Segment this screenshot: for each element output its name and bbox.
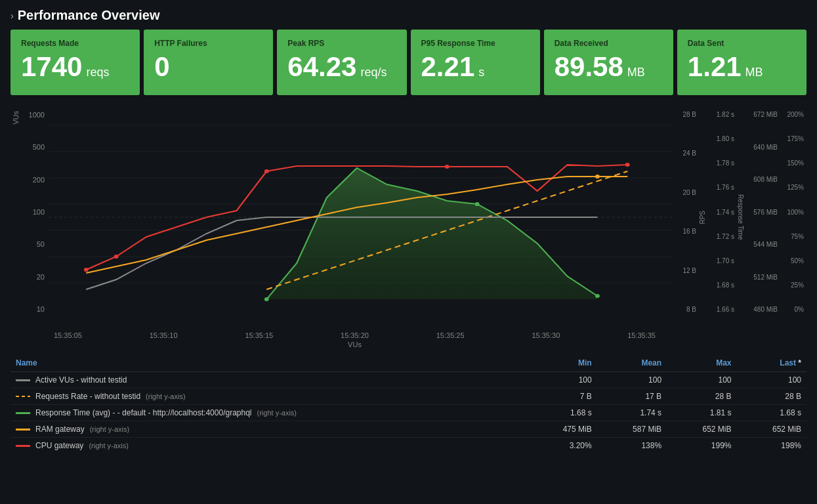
y-ticks-pct: 200%175%150%125%100%75%50%25%0% <box>780 106 807 329</box>
legend-last: 652 MiB <box>737 421 807 438</box>
legend-mean: 17 B <box>597 388 667 405</box>
metric-label-3: P95 Response Time <box>421 39 530 48</box>
y-tick-pct: 75% <box>783 233 804 240</box>
y-tick-data: 608 MiB <box>749 176 778 183</box>
y-axis-label-vus: VUs <box>10 111 21 125</box>
legend-max: 28 B <box>667 388 736 405</box>
svg-point-15 <box>475 202 480 206</box>
legend-mean: 587 MiB <box>597 421 667 438</box>
col-last-header: Last * <box>737 354 807 372</box>
y-tick-left: 20 <box>21 273 45 281</box>
legend-line-icon <box>16 412 30 414</box>
y-tick-data: 672 MiB <box>749 111 778 118</box>
y-ticks-data: 672 MiB640 MiB608 MiB576 MiB544 MiB512 M… <box>746 106 780 329</box>
svg-point-9 <box>84 268 89 272</box>
col-min-header: Min <box>527 354 597 372</box>
legend-min: 1.68 s <box>527 405 597 421</box>
y-tick-data: 576 MiB <box>749 209 778 216</box>
chart-section: VUs 1000500200100502010 <box>0 106 817 453</box>
metric-label-0: Requests Made <box>21 39 129 48</box>
metric-label-1: HTTP Failures <box>154 39 262 48</box>
legend-mean: 1.74 s <box>597 405 667 421</box>
legend-name-cell: Response Time (avg) - - default - http:/… <box>10 405 527 421</box>
svg-point-10 <box>114 255 119 259</box>
y-tick-left: 100 <box>21 208 45 216</box>
svg-point-11 <box>264 169 269 173</box>
metric-label-5: Data Sent <box>688 39 796 48</box>
legend-name-cell: RAM gateway (right y-axis) <box>10 421 527 438</box>
svg-point-16 <box>595 294 600 298</box>
col-name-header: Name <box>10 354 527 372</box>
y-tick-pct: 125% <box>783 184 804 191</box>
legend-line-icon <box>16 396 30 397</box>
x-tick: 15:35:25 <box>436 331 465 339</box>
legend-last: 28 B <box>737 388 807 405</box>
y-tick-rt: 1.72 s <box>711 233 734 240</box>
x-tick: 15:35:30 <box>532 331 560 339</box>
y-tick-rps: 24 B <box>675 150 696 157</box>
legend-max: 100 <box>667 372 736 388</box>
y-tick-data: 480 MiB <box>749 306 778 313</box>
metric-unit-2: req/s <box>360 66 387 78</box>
legend-name: Active VUs - without testid <box>35 375 127 385</box>
metrics-row: Requests Made 1740reqs HTTP Failures 0 P… <box>0 30 817 106</box>
y-tick-pct: 100% <box>783 209 804 216</box>
metric-value-1: 0 <box>154 53 262 81</box>
metric-unit-4: MB <box>627 66 645 78</box>
metric-value-0: 1740reqs <box>21 53 129 81</box>
legend-line-icon <box>16 445 30 447</box>
x-ticks: 15:35:0515:35:1015:35:1515:35:2015:35:25… <box>47 329 662 339</box>
y-tick-left: 500 <box>21 143 45 151</box>
y-tick-pct: 50% <box>783 257 804 264</box>
y-tick-pct: 25% <box>783 282 804 289</box>
metric-value-4: 89.58MB <box>555 53 663 81</box>
legend-min: 3.20% <box>527 438 597 454</box>
legend-row: CPU gateway (right y-axis) 3.20% 138% 19… <box>10 438 807 454</box>
page-title: Performance Overview <box>18 8 160 23</box>
x-tick: 15:35:05 <box>54 331 82 339</box>
legend-line-icon <box>16 429 30 430</box>
col-mean-header: Mean <box>597 354 667 372</box>
svg-marker-8 <box>266 168 597 299</box>
legend-mean: 138% <box>597 438 667 454</box>
svg-point-12 <box>445 165 450 169</box>
legend-row: Active VUs - without testid 100 100 100 … <box>10 372 807 388</box>
y-tick-data: 512 MiB <box>749 274 778 281</box>
chart-container: VUs 1000500200100502010 <box>10 106 807 349</box>
y-tick-rps: 12 B <box>675 267 696 274</box>
metric-unit-5: MB <box>745 66 763 78</box>
metric-unit-3: s <box>478 66 484 78</box>
y-tick-rps: 8 B <box>675 306 696 313</box>
y-tick-data: 544 MiB <box>749 241 778 248</box>
legend-suffix: (right y-axis) <box>89 442 129 450</box>
y-tick-rt: 1.70 s <box>711 257 734 264</box>
y-ticks-rps: 28 B24 B20 B16 B12 B8 B <box>673 106 699 329</box>
y-tick-pct: 175% <box>783 135 804 142</box>
y-tick-rt: 1.78 s <box>711 159 734 167</box>
x-tick: 15:35:15 <box>245 331 273 339</box>
legend-max: 199% <box>667 438 736 454</box>
legend-min: 475 MiB <box>527 421 597 438</box>
legend-suffix: (right y-axis) <box>257 409 297 417</box>
chevron-icon: › <box>10 10 14 21</box>
x-tick: 15:35:35 <box>627 331 656 339</box>
legend-name-cell: CPU gateway (right y-axis) <box>10 438 527 454</box>
metric-card-0: Requests Made 1740reqs <box>10 30 140 95</box>
legend-min: 7 B <box>527 388 597 405</box>
legend-last: 100 <box>737 372 807 388</box>
y-tick-pct: 0% <box>783 306 804 313</box>
metric-card-3: P95 Response Time 2.21s <box>411 30 540 95</box>
metric-label-2: Peak RPS <box>287 39 396 48</box>
y-tick-rt: 1.80 s <box>711 135 734 142</box>
legend-name-cell: Active VUs - without testid <box>10 372 527 388</box>
svg-point-13 <box>625 163 630 167</box>
x-tick: 15:35:20 <box>341 331 369 339</box>
header: › Performance Overview <box>0 0 817 30</box>
legend-max: 652 MiB <box>667 421 736 438</box>
svg-point-17 <box>595 175 600 178</box>
y-tick-rps: 28 B <box>675 111 696 118</box>
y-ticks-left: 1000500200100502010 <box>21 106 49 329</box>
y-tick-rt: 1.82 s <box>711 111 734 118</box>
legend-min: 100 <box>527 372 597 388</box>
col-max-header: Max <box>667 354 736 372</box>
